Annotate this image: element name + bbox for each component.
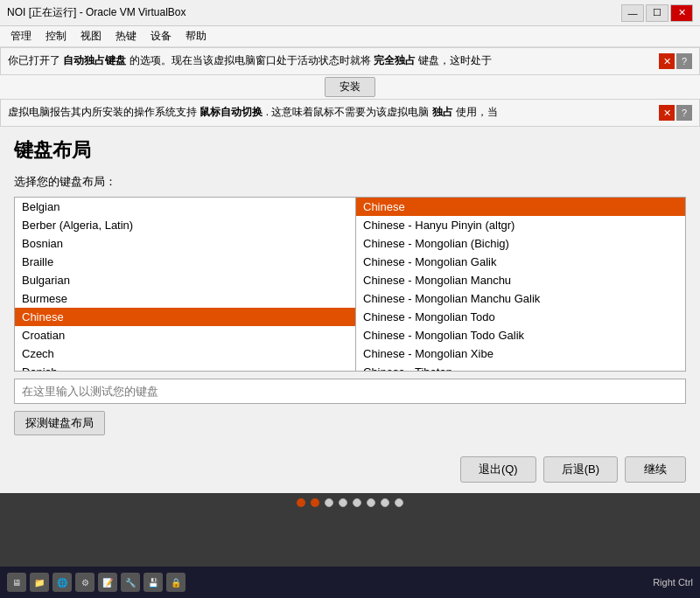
taskbar-icon-4[interactable]: ⚙ — [75, 573, 94, 592]
notification-info-button-2[interactable]: ? — [676, 105, 692, 121]
select-label: 选择您的键盘布局： — [14, 174, 686, 190]
install-button[interactable]: 安装 — [325, 77, 375, 97]
keyboard-section: 选择您的键盘布局： Belgian Berber (Algeria, Latin… — [0, 170, 700, 446]
keyboard-list-container: Belgian Berber (Algeria, Latin) Bosnian … — [14, 197, 686, 372]
menu-hotkey[interactable]: 热键 — [108, 27, 144, 45]
list-item[interactable]: Bulgarian — [15, 271, 355, 289]
taskbar-icon-6[interactable]: 🔧 — [121, 573, 140, 592]
bottom-buttons: 退出(Q) 后退(B) 继续 — [0, 446, 700, 493]
detect-layout-button[interactable]: 探测键盘布局 — [14, 411, 105, 435]
menu-bar: 管理 控制 视图 热键 设备 帮助 — [0, 26, 700, 47]
notification-bar-1: 你已打开了 自动独占键盘 的选项。现在当该虚拟电脑窗口处于活动状态时就将 完全独… — [0, 47, 700, 75]
window-title: NOI [正在运行] - Oracle VM VirtualBox — [7, 5, 186, 20]
list-item-chinese-main[interactable]: Chinese — [356, 198, 685, 216]
keyboard-list-left[interactable]: Belgian Berber (Algeria, Latin) Bosnian … — [15, 198, 356, 371]
list-item[interactable]: Burmese — [15, 289, 355, 308]
dot-2 — [311, 498, 319, 507]
back-button[interactable]: 后退(B) — [543, 456, 618, 483]
maximize-button[interactable]: ☐ — [646, 4, 668, 22]
list-item[interactable]: Berber (Algeria, Latin) — [15, 216, 355, 234]
dot-3 — [325, 498, 333, 507]
notification-dismiss-button-2[interactable]: ✕ — [659, 105, 675, 121]
notification-text-1: 你已打开了 自动独占键盘 的选项。现在当该虚拟电脑窗口处于活动状态时就将 完全独… — [8, 53, 652, 68]
notification-actions-2: ✕ ? — [659, 105, 692, 121]
notification-text-2: 虚拟电脑报告其内所安装的操作系统支持 鼠标自动切换 . 这意味着鼠标不需要为该虚… — [8, 105, 652, 120]
list-item[interactable]: Chinese - Mongolian Manchu — [356, 271, 685, 289]
dot-6 — [367, 498, 375, 507]
minimize-button[interactable]: — — [621, 4, 644, 22]
list-item[interactable]: Chinese - Mongolian (Bichig) — [356, 234, 685, 253]
dot-7 — [381, 498, 389, 507]
list-item[interactable]: Danish — [15, 363, 355, 371]
notification-bar-2: 虚拟电脑报告其内所安装的操作系统支持 鼠标自动切换 . 这意味着鼠标不需要为该虚… — [0, 99, 700, 127]
list-item-chinese[interactable]: Chinese — [15, 308, 355, 326]
taskbar: 🖥 📁 🌐 ⚙ 📝 🔧 💾 🔒 Right Ctrl — [0, 567, 700, 598]
menu-help[interactable]: 帮助 — [178, 27, 214, 45]
list-item[interactable]: Chinese - Mongolian Todo Galik — [356, 326, 685, 344]
list-item[interactable]: Braille — [15, 253, 355, 271]
taskbar-left: 🖥 📁 🌐 ⚙ 📝 🔧 💾 🔒 — [7, 573, 186, 592]
taskbar-label: Right Ctrl — [653, 577, 693, 588]
test-input-area — [14, 379, 686, 404]
progress-dots — [0, 493, 700, 511]
notification-actions-1: ✕ ? — [659, 53, 692, 69]
taskbar-icon-1[interactable]: 🖥 — [7, 573, 26, 592]
list-item[interactable]: Belgian — [15, 198, 355, 216]
list-item[interactable]: Czech — [15, 344, 355, 363]
title-bar: NOI [正在运行] - Oracle VM VirtualBox — ☐ ✕ — [0, 0, 700, 26]
list-item-mongolian-todo[interactable]: Chinese - Mongolian Todo — [356, 308, 685, 326]
list-item[interactable]: Chinese - Tibetan — [356, 363, 685, 371]
taskbar-icon-2[interactable]: 📁 — [30, 573, 49, 592]
install-bar: 安装 — [0, 75, 700, 99]
quit-button[interactable]: 退出(Q) — [460, 456, 536, 483]
taskbar-icon-5[interactable]: 📝 — [98, 573, 117, 592]
dot-4 — [339, 498, 347, 507]
menu-manage[interactable]: 管理 — [4, 27, 38, 45]
taskbar-icon-3[interactable]: 🌐 — [52, 573, 72, 592]
notification-dismiss-button-1[interactable]: ✕ — [659, 53, 675, 69]
menu-view[interactable]: 视图 — [74, 27, 108, 45]
close-button[interactable]: ✕ — [670, 4, 693, 22]
list-item[interactable]: Chinese - Mongolian Manchu Galik — [356, 289, 685, 308]
continue-button[interactable]: 继续 — [625, 456, 686, 483]
list-item[interactable]: Chinese - Mongolian Xibe — [356, 344, 685, 363]
menu-control[interactable]: 控制 — [38, 27, 74, 45]
taskbar-icon-8[interactable]: 🔒 — [166, 573, 186, 592]
taskbar-icon-7[interactable]: 💾 — [144, 573, 163, 592]
taskbar-right: Right Ctrl — [653, 577, 693, 588]
main-window: 键盘布局 选择您的键盘布局： Belgian Berber (Algeria, … — [0, 127, 700, 493]
notification-info-button-1[interactable]: ? — [676, 53, 692, 69]
list-item[interactable]: Chinese - Mongolian Galik — [356, 253, 685, 271]
window-controls: — ☐ ✕ — [621, 4, 693, 22]
page-title: 键盘布局 — [0, 127, 700, 170]
list-item[interactable]: Chinese - Hanyu Pinyin (altgr) — [356, 216, 685, 234]
list-item[interactable]: Bosnian — [15, 234, 355, 253]
dot-5 — [353, 498, 361, 507]
keyboard-test-input[interactable] — [14, 379, 686, 404]
menu-devices[interactable]: 设备 — [144, 27, 178, 45]
dot-8 — [395, 498, 403, 507]
dot-1 — [297, 498, 305, 507]
keyboard-list-right[interactable]: Chinese Chinese - Hanyu Pinyin (altgr) C… — [356, 198, 685, 371]
list-item[interactable]: Croatian — [15, 326, 355, 344]
